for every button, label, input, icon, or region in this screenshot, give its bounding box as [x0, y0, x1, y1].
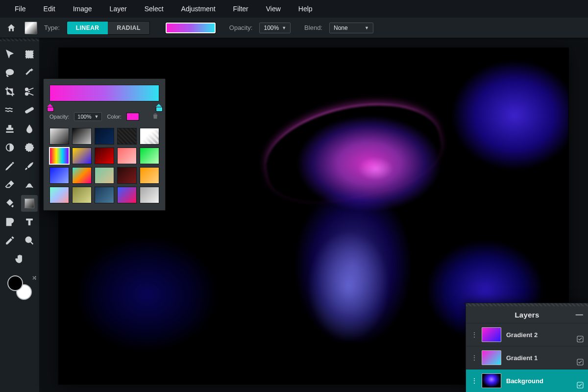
layer-name: Background — [506, 377, 583, 385]
tool-liquify[interactable] — [1, 102, 18, 119]
checkbox-icon — [576, 381, 584, 389]
tool-lasso[interactable] — [1, 65, 18, 81]
gradient-stop-right[interactable] — [156, 101, 162, 108]
gradient-preset[interactable] — [49, 167, 69, 184]
tool-eraser[interactable] — [1, 176, 18, 193]
svg-point-8 — [26, 237, 31, 243]
tool-hand[interactable] — [11, 251, 28, 268]
drag-handle-icon[interactable]: ⋮ — [471, 332, 477, 337]
drag-handle-icon[interactable]: ⋮ — [471, 355, 477, 360]
gradient-preset[interactable] — [117, 147, 137, 164]
tool-marquee[interactable] — [21, 46, 38, 63]
gradient-preset[interactable] — [140, 167, 159, 184]
svg-point-3 — [25, 93, 28, 96]
tool-smudge[interactable] — [21, 176, 38, 193]
text-icon — [24, 217, 35, 227]
half-circle-icon — [4, 142, 15, 153]
menu-file[interactable]: File — [6, 0, 35, 18]
type-label: Type: — [44, 24, 60, 31]
gradient-type-linear-button[interactable]: LINEAR — [67, 22, 108, 34]
gradient-preset[interactable] — [95, 167, 114, 184]
checkbox-icon — [576, 358, 584, 366]
gradient-preset[interactable] — [49, 147, 69, 164]
options-bar: Type: LINEAR RADIAL Opacity: 100% ▼ Blen… — [0, 18, 588, 38]
blend-dropdown[interactable]: None ▼ — [329, 23, 373, 33]
svg-point-7 — [25, 144, 34, 152]
gradient-bar[interactable] — [49, 85, 159, 101]
gradient-preset[interactable] — [72, 167, 92, 184]
wand-icon — [24, 68, 35, 78]
menu-image[interactable]: Image — [64, 0, 101, 18]
tool-eyedropper[interactable] — [1, 232, 18, 249]
gradient-preset[interactable] — [95, 187, 114, 203]
popover-opacity-dropdown[interactable]: 100% ▼ — [74, 112, 102, 121]
tool-fill[interactable] — [1, 195, 18, 212]
tool-clone[interactable] — [1, 121, 18, 137]
gradient-preview-swatch[interactable] — [166, 23, 216, 33]
gradient-preset[interactable] — [140, 147, 159, 164]
layer-row[interactable]: ⋮ Background — [466, 369, 588, 392]
gradient-preset[interactable] — [49, 187, 69, 203]
opacity-dropdown[interactable]: 100% ▼ — [259, 23, 291, 33]
tool-move[interactable] — [1, 46, 18, 63]
gradient-preset[interactable] — [49, 128, 69, 145]
delete-stop-button[interactable] — [151, 112, 159, 121]
tool-gradient[interactable] — [21, 195, 38, 212]
tool-sharpen[interactable] — [21, 139, 38, 156]
chevron-down-icon: ▼ — [282, 25, 286, 30]
gradient-stop-left[interactable] — [47, 101, 53, 108]
swap-colors-icon[interactable]: ⤭ — [32, 274, 37, 281]
gradient-preset[interactable] — [72, 187, 92, 203]
color-swap[interactable]: ⤭ — [7, 275, 32, 300]
eraser-icon — [4, 179, 15, 190]
home-button[interactable] — [5, 22, 18, 34]
menu-select[interactable]: Select — [136, 0, 172, 18]
layer-row[interactable]: ⋮ Gradient 2 — [466, 323, 588, 346]
panel-minimize-button[interactable]: — — [576, 310, 583, 318]
tool-shape[interactable] — [1, 214, 18, 230]
tool-brush[interactable] — [21, 158, 38, 174]
menu-filter[interactable]: Filter — [224, 0, 257, 18]
menu-adjustment[interactable]: Adjustment — [172, 0, 224, 18]
menu-edit[interactable]: Edit — [35, 0, 64, 18]
gradient-preset[interactable] — [117, 167, 137, 184]
svg-rect-0 — [26, 51, 33, 58]
gradient-preset[interactable] — [95, 128, 114, 145]
tool-heal[interactable] — [21, 102, 38, 119]
menu-view[interactable]: View — [257, 0, 290, 18]
canvas-artwork — [69, 237, 225, 365]
gradient-preset[interactable] — [140, 187, 159, 203]
smudge-icon — [24, 179, 35, 190]
gradient-preset[interactable] — [72, 128, 92, 145]
layer-row[interactable]: ⋮ Gradient 1 — [466, 346, 588, 369]
shape-icon — [4, 217, 15, 227]
gradient-preset[interactable] — [140, 128, 159, 145]
popover-color-label: Color: — [107, 114, 121, 120]
tool-crop[interactable] — [1, 83, 18, 100]
gradient-preset[interactable] — [95, 147, 114, 164]
tool-pencil[interactable] — [1, 158, 18, 174]
stamp-icon — [4, 123, 15, 134]
gradient-preset[interactable] — [72, 147, 92, 164]
tool-zoom[interactable] — [21, 232, 38, 249]
layer-visibility-toggle[interactable] — [576, 335, 584, 343]
tool-text[interactable] — [21, 214, 38, 230]
tool-blur[interactable] — [21, 121, 38, 137]
magnifier-icon — [24, 235, 35, 246]
pencil-icon — [4, 161, 15, 172]
menu-layer[interactable]: Layer — [101, 0, 136, 18]
gradient-preset[interactable] — [117, 128, 137, 145]
tool-cut[interactable] — [21, 83, 38, 100]
layer-visibility-toggle[interactable] — [576, 381, 584, 389]
popover-opacity-value: 100% — [77, 114, 91, 120]
menu-help[interactable]: Help — [290, 0, 321, 18]
foreground-color-swatch[interactable] — [7, 275, 23, 291]
tool-wand[interactable] — [21, 65, 38, 81]
stop-color-swatch[interactable] — [126, 113, 139, 121]
gradient-preset[interactable] — [117, 187, 137, 203]
drag-handle-icon[interactable]: ⋮ — [471, 378, 477, 383]
gradient-type-radial-button[interactable]: RADIAL — [108, 22, 149, 34]
layer-visibility-toggle[interactable] — [576, 358, 584, 366]
tool-dodge[interactable] — [1, 139, 18, 156]
popover-opacity-label: Opacity: — [49, 114, 69, 120]
